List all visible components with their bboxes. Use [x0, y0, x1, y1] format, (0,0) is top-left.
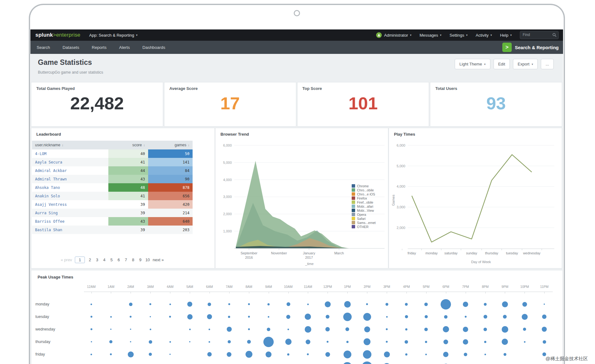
page-5[interactable]: 5 [109, 257, 114, 262]
bubble-thursday-3pm [386, 341, 388, 343]
bubble-monday-10pm [522, 302, 527, 307]
axis-tick [91, 292, 92, 294]
bubble-wednesday-2am [130, 329, 131, 330]
screenshot-root: splunk>enterprise App: Search & Reportin… [0, 0, 595, 364]
menu-messages[interactable]: Messages▾ [420, 33, 442, 38]
camera-dot-icon [294, 10, 300, 16]
leaderboard-row[interactable]: Bastila Shan39203 [32, 226, 193, 234]
legend-item-mobi-afari[interactable]: Mobi...afari [352, 204, 376, 208]
prev-button[interactable]: « prev [61, 257, 72, 262]
axis-tick [426, 292, 427, 294]
column-header-score[interactable]: score↕ [108, 141, 148, 149]
user-nickname-link[interactable]: Asajj Ventress [32, 200, 108, 209]
bubble-friday-10am [287, 353, 289, 356]
legend-item-firefox[interactable]: Firefox [352, 196, 376, 200]
button-light-theme[interactable]: Light Theme▾ [455, 59, 490, 69]
legend-item-opera[interactable]: Opera [352, 212, 376, 216]
button-[interactable]: ... [541, 59, 554, 69]
user-nickname-link[interactable]: Admiral Ackbar [32, 166, 108, 175]
legend-item-sams-ernet[interactable]: Sams...ernet [352, 221, 376, 225]
page-10[interactable]: 10 [145, 257, 150, 262]
kpi-row: Total Games Played22,482Average Score17T… [31, 82, 562, 127]
user-nickname-link[interactable]: Admiral Thrawn [32, 175, 108, 183]
hour-label-8pm: 8PM [476, 285, 495, 289]
axis-tick [170, 292, 170, 294]
hour-label-10pm: 10PM [515, 285, 534, 289]
legend-item-mobi-view[interactable]: Mobi...View [352, 208, 376, 212]
menu-settings[interactable]: Settings▾ [450, 33, 468, 38]
leaderboard-row[interactable]: Admiral Thrawn4390 [32, 175, 193, 183]
page-4[interactable]: 4 [102, 257, 106, 262]
next-button[interactable]: next » [153, 257, 164, 262]
button-edit[interactable]: Edit [494, 59, 510, 69]
user-nickname-link[interactable]: Ahsoka Tano [32, 183, 108, 192]
user-nickname-link[interactable]: Bastila Shan [32, 226, 108, 234]
user-nickname-link[interactable]: Anakin Solo [32, 192, 108, 200]
leaderboard-row[interactable]: 4-LOM4050 [32, 149, 193, 158]
app-nav-reports[interactable]: Reports [92, 45, 106, 50]
bubble-thursday-3am [149, 340, 152, 344]
app-nav-dashboards[interactable]: Dashboards [142, 45, 165, 50]
user-nickname-link[interactable]: Aurra Sing [32, 209, 108, 217]
bubble-tuesday-8am [248, 316, 250, 318]
leaderboard-row[interactable]: Barriss Offee43640 [32, 217, 193, 226]
legend-label: Sams...ernet [357, 221, 376, 225]
page-6[interactable]: 6 [116, 257, 121, 262]
leaderboard-row[interactable]: Anakin Solo41656 [32, 192, 193, 200]
menu-activity[interactable]: Activity▾ [476, 33, 492, 38]
user-nickname-link[interactable]: Aayla Secura [32, 158, 108, 166]
menu-help[interactable]: Help▾ [500, 33, 512, 38]
bubble-monday-4pm [405, 303, 408, 306]
svg-text:sunday: sunday [466, 251, 477, 255]
app-context-menu[interactable]: App: Search & Reporting▾ [89, 33, 137, 38]
bubble-thursday-11pm [543, 340, 546, 344]
leaderboard-row[interactable]: Aayla Secura41141 [32, 158, 193, 166]
legend-item-chro-e-ios[interactable]: Chro...e iOS [352, 192, 376, 196]
bubble-monday-4am [169, 304, 171, 305]
leaderboard-row[interactable]: Admiral Ackbar4484 [32, 166, 193, 175]
leaderboard-row[interactable]: Aurra Sing39214 [32, 209, 193, 217]
user-nickname-link[interactable]: Barriss Offee [32, 217, 108, 226]
legend-label: Opera [357, 213, 366, 216]
page-1[interactable]: 1 [75, 257, 85, 263]
bubble-monday-2pm [366, 303, 368, 305]
page-8[interactable]: 8 [131, 257, 135, 262]
bubble-friday-4am [169, 354, 171, 355]
legend-swatch-icon [352, 184, 355, 188]
legend-item-other[interactable]: OTHER [352, 225, 376, 229]
score-cell: 39 [108, 209, 148, 217]
bubble-wednesday-1am [110, 329, 111, 330]
column-header-games[interactable]: games↕ [148, 141, 193, 149]
score-cell: 39 [108, 226, 148, 234]
app-nav-datasets[interactable]: Datasets [63, 45, 79, 50]
bubble-monday-11am [307, 304, 309, 305]
legend-item-safari[interactable]: Safari [352, 216, 376, 221]
bubble-wednesday-10am [287, 329, 289, 330]
panel-title: Peak Usage Times [38, 275, 73, 279]
find-input[interactable] [520, 31, 555, 38]
chevron-down-icon: ▾ [136, 34, 138, 37]
legend-item-firef-obile[interactable]: Firef...obile [352, 200, 376, 204]
splunk-logo: splunk>enterprise [35, 32, 80, 38]
svg-text:2016: 2016 [245, 256, 253, 259]
legend-item-chrome[interactable]: Chrome [352, 184, 376, 188]
button-export[interactable]: Export▾ [513, 59, 538, 69]
hour-label-3am: 3AM [141, 285, 160, 289]
user-nickname-link[interactable]: 4-LOM [32, 149, 108, 158]
search-icon[interactable] [552, 33, 556, 37]
page-9[interactable]: 9 [138, 257, 142, 262]
leaderboard-row[interactable]: Ahsoka Tano48878 [32, 183, 193, 192]
bubble-tuesday-9am [268, 316, 269, 318]
bubble-monday-8am [248, 303, 250, 305]
page-2[interactable]: 2 [88, 257, 92, 262]
app-nav-search[interactable]: Search [37, 45, 50, 50]
user-menu[interactable]: Administrator▾ [376, 32, 411, 38]
column-header-user-nickname[interactable]: user.nickname↕ [32, 141, 108, 149]
bubble-tuesday-8pm [484, 315, 487, 319]
page-7[interactable]: 7 [124, 257, 128, 262]
page-3[interactable]: 3 [95, 257, 99, 262]
leaderboard-row[interactable]: Asajj Ventress39420 [32, 200, 193, 209]
app-nav-alerts[interactable]: Alerts [119, 45, 130, 50]
svg-text:March: March [334, 251, 344, 255]
legend-item-chro-obile[interactable]: Chro...obile [352, 188, 376, 192]
